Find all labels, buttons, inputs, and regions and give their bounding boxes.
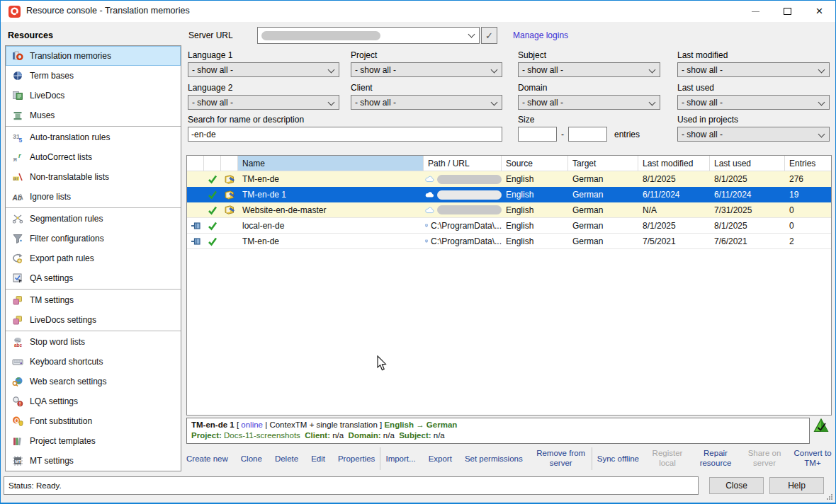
keyboard-shortcuts-icon (11, 356, 24, 368)
sidebar-item-label: LiveDocs settings (30, 315, 96, 325)
sidebar-item-livedocs[interactable]: LiveDocs (6, 86, 181, 105)
size-unit-label: entries (614, 130, 640, 139)
table-row[interactable]: local-en-de C:\ProgramData\... English G… (187, 218, 831, 234)
check-icon (204, 205, 221, 215)
manage-logins-link[interactable]: Manage logins (513, 30, 568, 40)
check-column-header[interactable] (204, 156, 221, 171)
table-row[interactable]: TM-en-de C:\ProgramData\... English Germ… (187, 234, 831, 249)
source-cell: English (502, 174, 568, 184)
domain-dropdown[interactable]: - show all - (518, 95, 660, 110)
sidebar-item-web-search-settings[interactable]: Web search settings (6, 372, 181, 391)
create-new-action[interactable]: Create new (186, 454, 228, 463)
sidebar-item-non-translatable-lists[interactable]: ikl Non-translatable lists (6, 167, 181, 187)
sidebar-item-stop-word-lists[interactable]: abc Stop word lists (6, 332, 181, 352)
last-modified-cell: 7/5/2021 (638, 236, 710, 246)
delete-action[interactable]: Delete (275, 454, 298, 463)
language2-dropdown[interactable]: - show all - (188, 95, 339, 110)
close-icon: × (816, 5, 823, 17)
sidebar-item-auto-translation-rules[interactable]: 315 Auto-translation rules (6, 127, 181, 147)
table-row[interactable]: TM-en-de English German 8/1/2025 8/1/202… (187, 171, 831, 187)
target-cell: German (568, 205, 638, 215)
source-column-header[interactable]: Source (502, 156, 568, 171)
project-label: Project (351, 50, 377, 60)
svg-text:abc: abc (14, 343, 23, 348)
svg-text:я: я (13, 155, 18, 163)
last-modified-dropdown[interactable]: - show all - (677, 62, 830, 77)
sidebar-item-label: Web search settings (30, 377, 107, 386)
last-used-column-header[interactable]: Last used (710, 156, 785, 171)
subject-value: - show all - (522, 65, 563, 75)
project-dropdown[interactable]: - show all - (351, 62, 502, 77)
language1-dropdown[interactable]: - show all - (188, 62, 339, 77)
last-used-dropdown[interactable]: - show all - (677, 95, 830, 110)
sidebar-item-livedocs-settings[interactable]: LiveDocs settings (6, 310, 181, 330)
size-min-input[interactable] (518, 127, 557, 142)
sidebar-item-mt-settings[interactable]: MT MT settings (6, 451, 181, 471)
path-cell: C:\ProgramData\... (424, 236, 502, 246)
remove-from-server-action[interactable]: Remove from server (536, 449, 587, 469)
close-button[interactable]: × (803, 1, 835, 22)
sidebar-item-qa-settings[interactable]: QA settings (6, 268, 181, 288)
table-row-selected[interactable]: TM-en-de 1 English German 6/11/2024 6/11… (187, 187, 831, 202)
sidebar-item-lqa-settings[interactable]: ! LQA settings (6, 391, 181, 411)
target-column-header[interactable]: Target (568, 156, 638, 171)
sidebar-item-label: Term bases (30, 71, 74, 81)
convert-to-tm-plus-action[interactable]: Convert to TM+ (793, 449, 832, 469)
server-url-combobox[interactable] (257, 27, 480, 44)
register-local-action[interactable]: Register local (649, 449, 686, 469)
resource-name: Website-en-de-master (238, 205, 424, 215)
share-on-server-action[interactable]: Share on server (745, 449, 784, 469)
sidebar-item-export-path-rules[interactable]: Export path rules (6, 248, 181, 268)
non-translatable-lists-icon: ikl (11, 171, 24, 183)
window-title: Resource console - Translation memories (26, 6, 190, 16)
sidebar-item-autocorrect-lists[interactable]: яr AutoCorrect lists (6, 147, 181, 167)
mt-settings-icon: MT (11, 455, 24, 467)
export-action[interactable]: Export (429, 454, 452, 463)
type-column-header[interactable] (221, 156, 238, 171)
sidebar-item-tm-settings[interactable]: TM settings (6, 290, 181, 310)
sidebar-item-label: QA settings (30, 273, 73, 283)
sidebar-item-translation-memories[interactable]: Translation memories (6, 46, 181, 66)
path-redacted (437, 205, 502, 214)
minimize-button[interactable] (740, 1, 772, 22)
clone-action[interactable]: Clone (241, 454, 262, 463)
sidebar-separator (6, 331, 181, 331)
sidebar-item-label: TM settings (30, 295, 74, 305)
import-action[interactable]: Import... (385, 454, 415, 463)
last-modified-column-header[interactable]: Last modified (638, 156, 710, 171)
domain-label: Domain (518, 83, 547, 93)
close-dialog-button[interactable]: Close (709, 477, 764, 494)
entries-column-header[interactable]: Entries (785, 156, 831, 171)
sidebar-item-font-substitution[interactable]: Q Font substitution (6, 411, 181, 431)
resize-grip[interactable] (826, 493, 833, 500)
repair-resource-action[interactable]: Repair resource (696, 449, 735, 469)
sidebar-item-filter-configurations[interactable]: Filter configurations (6, 229, 181, 248)
sidebar-item-term-bases[interactable]: Term bases (6, 66, 181, 86)
subject-dropdown[interactable]: - show all - (518, 62, 660, 77)
sidebar-item-keyboard-shortcuts[interactable]: Keyboard shortcuts (6, 352, 181, 372)
domain-field-value: n/a (383, 431, 395, 440)
client-dropdown[interactable]: - show all - (351, 95, 502, 110)
size-max-input[interactable] (568, 127, 607, 142)
sidebar-item-muses[interactable]: Muses (6, 105, 181, 125)
pin-column-header[interactable] (187, 156, 204, 171)
path-column-header[interactable]: Path / URL (424, 156, 502, 171)
name-column-header[interactable]: Name (238, 156, 424, 171)
used-in-projects-dropdown[interactable]: - show all - (677, 127, 830, 142)
search-input[interactable] (188, 127, 502, 142)
maximize-button[interactable] (772, 1, 803, 22)
set-permissions-action[interactable]: Set permissions (465, 454, 523, 463)
tm-document-icon (221, 174, 238, 185)
auto-translation-rules-icon: 315 (11, 132, 24, 144)
sidebar-item-project-templates[interactable]: Project templates (6, 431, 181, 451)
help-button[interactable]: Help (769, 477, 824, 494)
sync-offline-action[interactable]: Sync offline (597, 454, 639, 463)
table-row[interactable]: Website-en-de-master English German N/A … (187, 202, 831, 218)
client-field-value: n/a (332, 431, 344, 440)
resources-sidebar: Translation memories Term bases LiveDocs… (5, 45, 181, 471)
sidebar-item-ignore-lists[interactable]: Ab Ignore lists (6, 187, 181, 207)
sidebar-item-segmentation-rules[interactable]: Segmentation rules (6, 209, 181, 229)
properties-action[interactable]: Properties (338, 454, 375, 463)
edit-action[interactable]: Edit (311, 454, 325, 463)
server-connect-button[interactable]: ✓ (481, 27, 497, 44)
